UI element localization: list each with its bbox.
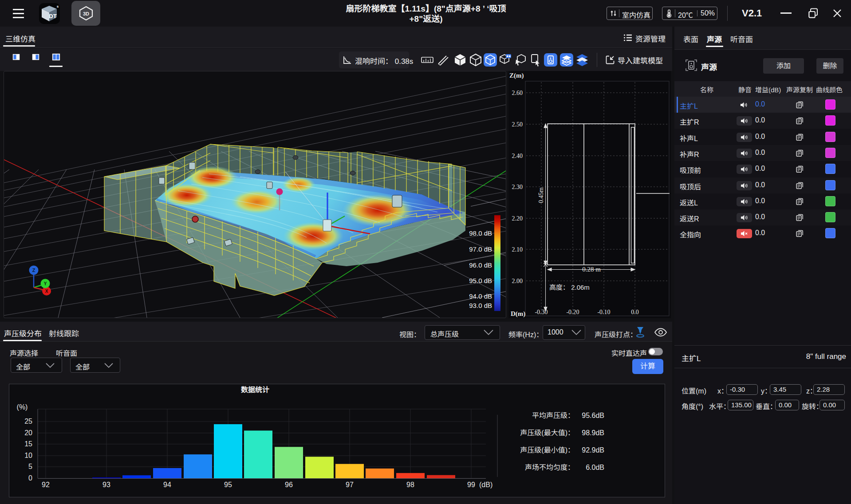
svg-text:Z(m): Z(m) [509,72,524,79]
svg-text:2.40: 2.40 [512,153,523,159]
svg-text:DT: DT [49,13,56,20]
svg-text:94: 94 [163,481,171,488]
svg-text:98.9dB: 98.9dB [582,429,604,437]
svg-text:声场不均匀度：: 声场不均匀度： [525,464,575,471]
svg-text:5: 5 [28,463,32,470]
svg-text:94.0 dB: 94.0 dB [469,292,492,300]
svg-text:99: 99 [467,481,475,488]
svg-text:95: 95 [224,481,232,488]
svg-text:Z: Z [32,268,35,273]
svg-text:3D: 3D [83,11,89,16]
svg-text:0.28 m: 0.28 m [582,266,601,273]
svg-text:97.0 dB: 97.0 dB [469,245,492,253]
svg-text:(dB): (dB) [479,481,492,488]
svg-text:95.6dB: 95.6dB [582,412,604,419]
svg-text:0.45m: 0.45m [538,187,544,203]
svg-text:2.10: 2.10 [512,246,523,253]
svg-text:98: 98 [406,481,414,488]
svg-text:93: 93 [102,481,110,488]
svg-text:92: 92 [42,481,50,488]
svg-text:平均声压级：: 平均声压级： [532,412,575,419]
svg-text:声压级(最小值)：: 声压级(最小值)： [520,446,575,454]
svg-text:声压级(最大值)：: 声压级(最大值)： [520,429,575,437]
svg-text:s: s [57,4,59,8]
svg-text:95.0 dB: 95.0 dB [469,277,492,284]
svg-text:25: 25 [24,417,32,425]
svg-text:0: 0 [28,474,32,482]
svg-text:(%): (%) [17,403,28,411]
svg-text:0.0: 0.0 [631,309,639,315]
svg-text:-0.20: -0.20 [566,309,579,315]
svg-text:X: X [45,289,48,294]
svg-text:-0.10: -0.10 [597,309,610,315]
svg-text:92.9dB: 92.9dB [582,446,604,454]
svg-text:数据统计: 数据统计 [241,386,269,394]
svg-text:10: 10 [24,452,32,459]
svg-text:93.0 dB: 93.0 dB [469,302,492,309]
svg-text:2.20: 2.20 [512,215,523,222]
svg-text:高度： 2.06m: 高度： 2.06m [549,284,590,291]
svg-text:6.0dB: 6.0dB [586,464,604,471]
svg-text:Y: Y [44,281,47,286]
svg-text:15: 15 [24,440,32,448]
svg-text:2.50: 2.50 [512,121,523,128]
svg-text:2.30: 2.30 [512,184,523,190]
svg-text:96: 96 [285,481,293,488]
svg-text:96.0 dB: 96.0 dB [469,261,492,269]
svg-text:98.0 dB: 98.0 dB [469,229,492,237]
svg-text:20: 20 [24,429,32,437]
svg-text:97: 97 [346,481,354,488]
svg-text:2.00: 2.00 [512,278,523,284]
svg-text:2.60: 2.60 [512,90,523,96]
svg-text:D(m): D(m) [511,310,525,318]
